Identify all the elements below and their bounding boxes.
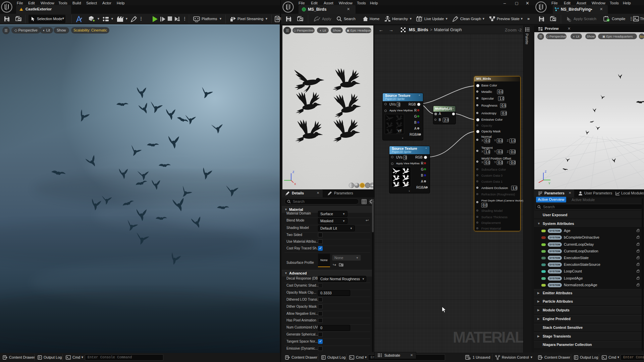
svg-text:X: X	[294, 182, 296, 186]
svg-text:Z: Z	[545, 170, 546, 173]
svg-text:Z: Z	[292, 170, 294, 174]
svg-text:Y: Y	[548, 182, 550, 185]
